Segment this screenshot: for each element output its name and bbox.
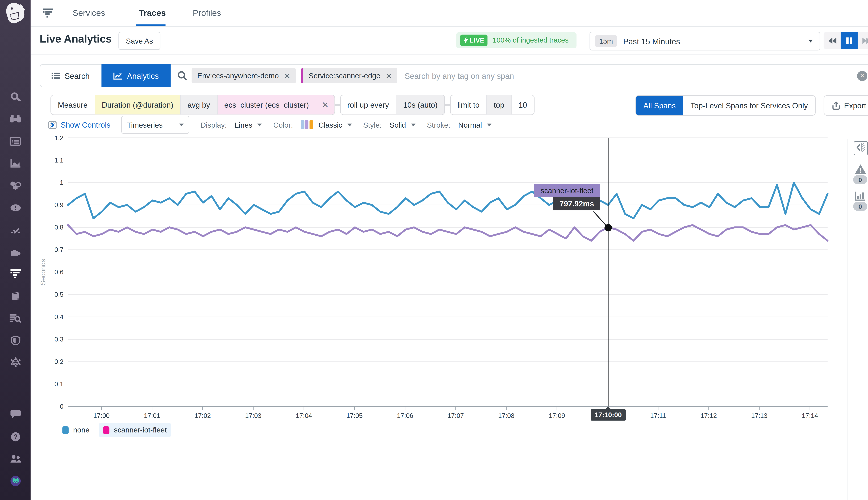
svg-text:1: 1 xyxy=(60,179,64,186)
color-select[interactable]: Classic xyxy=(318,121,352,129)
monitors-icon[interactable] xyxy=(10,202,21,213)
dashboards-icon[interactable] xyxy=(10,136,21,146)
sidebar: ? xyxy=(0,0,31,500)
crosshair-time-tag: 17:10:00 xyxy=(591,409,626,421)
limit-label[interactable]: limit to xyxy=(451,95,487,115)
network-icon[interactable] xyxy=(10,357,21,367)
save-as-button[interactable]: Save As xyxy=(118,32,160,50)
chevron-down-icon xyxy=(808,40,813,43)
tab-services[interactable]: Services xyxy=(72,0,105,26)
apm-product-icon[interactable] xyxy=(43,9,53,20)
live-ingest-text: 100% of ingested traces xyxy=(493,36,569,44)
chevron-down-icon xyxy=(487,123,492,126)
metrics-icon[interactable] xyxy=(10,158,21,168)
service-map-icon[interactable] xyxy=(10,180,21,191)
export-icon xyxy=(832,101,840,110)
remove-filter-icon[interactable]: ✕ xyxy=(384,71,397,80)
svg-text:17:03: 17:03 xyxy=(245,412,261,419)
svg-text:0.5: 0.5 xyxy=(55,291,64,298)
remove-filter-icon[interactable]: ✕ xyxy=(282,71,296,80)
alerts-count-badge: 0 xyxy=(853,175,867,184)
synthetics-gauge-icon[interactable] xyxy=(10,225,21,235)
svg-text:17:08: 17:08 xyxy=(498,412,514,419)
tab-traces[interactable]: Traces xyxy=(139,0,166,26)
chart-legend: none scanner-iot-fleet xyxy=(58,423,171,437)
show-controls-button[interactable]: Show Controls xyxy=(48,121,111,129)
svg-text:17:12: 17:12 xyxy=(700,412,717,419)
users-icon[interactable] xyxy=(10,454,21,464)
timeseries-chart[interactable]: 00.10.20.30.40.50.60.70.80.911.11.2Secon… xyxy=(31,135,847,452)
viz-type-select[interactable]: Timeseries xyxy=(121,116,189,134)
svg-text:17:09: 17:09 xyxy=(549,412,565,419)
measure-label[interactable]: Measure xyxy=(51,95,94,115)
svg-text:17:00: 17:00 xyxy=(93,412,110,419)
search-icon xyxy=(178,71,187,81)
style-select[interactable]: Solid xyxy=(390,121,415,129)
measure-value[interactable]: Duration (@duration) xyxy=(94,95,180,115)
main-area: Services Traces Profiles Live Analytics … xyxy=(31,0,868,500)
pause-icon xyxy=(846,37,852,44)
filter-pill-env[interactable]: Env:ecs-anywhere-demo ✕ xyxy=(192,68,296,83)
style-label: Style: xyxy=(363,121,381,129)
connector xyxy=(335,104,340,106)
analytics-mode-tab[interactable]: Analytics xyxy=(101,64,170,87)
aggregator[interactable]: avg by xyxy=(180,95,217,115)
monitor-alerts-icon[interactable] xyxy=(854,164,867,175)
related-metrics-icon[interactable] xyxy=(854,191,867,201)
legend-swatch xyxy=(103,426,110,434)
line-chart-icon xyxy=(113,72,122,80)
export-button[interactable]: Export xyxy=(824,95,868,116)
svg-text:0.7: 0.7 xyxy=(55,246,64,253)
top-nav: Services Traces Profiles xyxy=(31,0,868,26)
stroke-select[interactable]: Normal xyxy=(458,121,491,129)
display-select[interactable]: Lines xyxy=(235,121,262,129)
svg-text:0: 0 xyxy=(60,403,64,410)
time-range-picker[interactable]: 15m Past 15 Minutes xyxy=(590,32,820,50)
legend-item-scanner-iot-fleet[interactable]: scanner-iot-fleet xyxy=(99,423,171,437)
logs-icon[interactable] xyxy=(10,313,21,323)
chat-feedback-icon[interactable] xyxy=(10,409,21,420)
filter-pill-service[interactable]: Service:scanner-edge ✕ xyxy=(301,68,397,83)
watchdog-icon[interactable] xyxy=(10,114,21,124)
header-row: Live Analytics Save As LIVE 100% of inge… xyxy=(31,26,868,55)
color-label: Color: xyxy=(273,121,293,129)
live-badge: LIVE xyxy=(460,35,488,46)
pause-button[interactable] xyxy=(841,32,858,49)
clear-search-icon[interactable]: ✕ xyxy=(857,71,867,81)
right-rail: 0 0 xyxy=(847,139,868,500)
apm-traces-icon-active[interactable] xyxy=(10,269,21,279)
notebooks-icon[interactable] xyxy=(10,291,21,301)
datadog-logo-icon[interactable] xyxy=(4,2,27,24)
fast-forward-button[interactable] xyxy=(858,32,868,49)
rewind-button[interactable] xyxy=(824,32,841,49)
user-avatar[interactable] xyxy=(10,476,21,486)
security-shield-icon[interactable] xyxy=(10,335,21,345)
metrics-count-badge: 0 xyxy=(853,202,867,211)
legend-item-none[interactable]: none xyxy=(58,423,94,437)
svg-text:17:13: 17:13 xyxy=(751,412,767,419)
all-spans-button[interactable]: All Spans xyxy=(636,96,683,115)
live-status[interactable]: LIVE 100% of ingested traces xyxy=(456,32,576,48)
group-by-value[interactable]: ecs_cluster (ecs_cluster) xyxy=(217,95,316,115)
tab-profiles[interactable]: Profiles xyxy=(193,0,221,26)
top-level-spans-button[interactable]: Top-Level Spans for Services Only xyxy=(683,96,815,115)
help-icon[interactable]: ? xyxy=(10,431,21,442)
integrations-icon[interactable] xyxy=(10,247,21,257)
remove-group-by-icon[interactable]: ✕ xyxy=(316,95,334,115)
rollup-label[interactable]: roll up every xyxy=(340,95,396,115)
rollup-value[interactable]: 10s (auto) xyxy=(396,95,444,115)
lightning-icon xyxy=(464,37,468,44)
svg-text:0.2: 0.2 xyxy=(55,358,64,365)
service-color-bar xyxy=(301,68,303,83)
search-input[interactable]: Search by any tag on any span xyxy=(405,71,857,80)
svg-text:?: ? xyxy=(13,433,18,440)
collapse-panel-button[interactable] xyxy=(854,141,868,155)
limit-order[interactable]: top xyxy=(487,95,511,115)
playback-controls xyxy=(824,32,868,49)
app-root: ? Services Traces Profiles Live Analytic… xyxy=(0,0,868,500)
svg-text:0.3: 0.3 xyxy=(55,336,64,343)
svg-text:17:07: 17:07 xyxy=(447,412,464,419)
limit-count[interactable]: 10 xyxy=(511,95,534,115)
search-icon[interactable] xyxy=(10,92,21,102)
search-mode-tab[interactable]: Search xyxy=(40,65,102,87)
